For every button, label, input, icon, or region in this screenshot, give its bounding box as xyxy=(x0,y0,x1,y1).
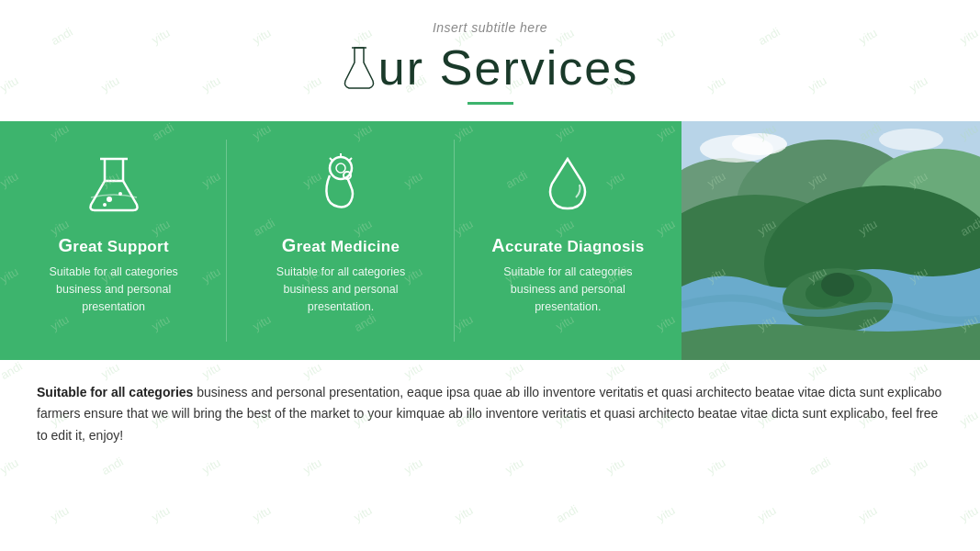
main-title: ur Services xyxy=(0,40,980,95)
title-text: ur Services xyxy=(378,40,638,95)
body-bold: Suitable for all categories xyxy=(37,385,193,399)
flask-icon xyxy=(77,147,151,220)
subtitle-text: Insert subtitle here xyxy=(0,20,980,35)
service-card-diagnosis: Accurate Diagnosis Suitable for all cate… xyxy=(455,121,681,360)
title-decoration-icon xyxy=(342,44,377,92)
service-desc-medicine: Suitable for all categoriesbusiness and … xyxy=(276,264,405,315)
svg-point-7 xyxy=(330,157,352,179)
body-section: Suitable for all categories business and… xyxy=(0,360,980,464)
stethoscope-icon xyxy=(304,147,377,220)
title-underline xyxy=(467,102,513,105)
svg-point-4 xyxy=(107,197,112,202)
svg-point-8 xyxy=(336,163,345,173)
landscape-svg xyxy=(681,121,980,360)
service-desc-diagnosis: Suitable for all categoriesbusiness and … xyxy=(503,264,632,315)
svg-point-24 xyxy=(732,133,787,155)
svg-line-11 xyxy=(330,158,332,161)
service-title-support: Great Support xyxy=(58,235,169,256)
svg-point-22 xyxy=(821,273,854,297)
landscape-photo xyxy=(681,121,980,360)
svg-point-6 xyxy=(103,203,107,207)
services-grid: Great Support Suitable for all categorie… xyxy=(0,121,681,360)
green-section: Great Support Suitable for all categorie… xyxy=(0,121,980,360)
service-card-support: Great Support Suitable for all categorie… xyxy=(0,121,227,360)
service-title-diagnosis: Accurate Diagnosis xyxy=(491,235,644,256)
service-title-medicine: Great Medicine xyxy=(282,235,400,256)
svg-line-12 xyxy=(349,158,352,161)
svg-point-25 xyxy=(879,129,943,151)
service-card-medicine: Great Medicine Suitable for all categori… xyxy=(227,121,454,360)
body-paragraph: Suitable for all categories business and… xyxy=(37,382,943,445)
drop-icon xyxy=(531,147,604,220)
service-desc-support: Suitable for all categoriesbusiness and … xyxy=(49,264,177,315)
header-section: Insert subtitle here ur Services xyxy=(0,0,980,121)
